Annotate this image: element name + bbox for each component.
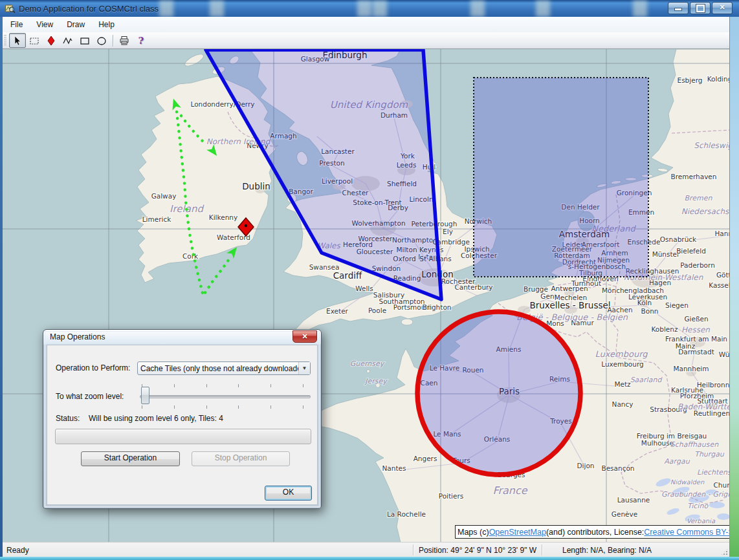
map-city-label: Luxembourg <box>601 360 643 368</box>
toolbar-ellipse-tool[interactable] <box>93 33 110 48</box>
map-region-label: Luxembourg <box>595 349 648 359</box>
zoom-slider-track[interactable] <box>140 395 311 398</box>
app-icon <box>5 3 16 14</box>
map-region-label: Ticino <box>687 502 709 510</box>
map-region-label: Thurgau <box>694 450 725 458</box>
title-bar[interactable]: Demo Application for COSMCtrl class ✕ <box>0 0 739 17</box>
toolbar-polyline-tool[interactable] <box>60 33 76 48</box>
map-city-label: Bruxelles - Brussel <box>529 300 610 310</box>
ellipse-icon <box>96 36 107 46</box>
attribution-text: (and) contributors, License: <box>546 528 644 537</box>
toolbar-print-button[interactable] <box>116 33 133 48</box>
map-city-label: Würzburg <box>719 350 730 358</box>
status-position: Position: 49° 24' 9" N 10° 23' 9" W <box>414 546 542 555</box>
map-city-label: Wells <box>355 285 373 292</box>
map-city-label: Canterbury <box>454 283 492 291</box>
red-diamond-marker-dot <box>245 224 247 227</box>
status-ready: Ready <box>3 546 413 555</box>
toolbar-select-tool[interactable] <box>9 33 26 48</box>
dialog-title: Map Operations <box>50 332 105 341</box>
map-city-label: Genève <box>612 510 637 518</box>
menu-view[interactable]: View <box>30 18 59 31</box>
toolbar: ? <box>3 32 730 49</box>
map-city-label: Exeter <box>326 307 349 315</box>
toolbar-grip[interactable] <box>4 35 6 47</box>
attribution-text: Maps (c) <box>458 528 489 537</box>
toolbar-separator <box>113 35 113 47</box>
map-city-label: Hannover <box>714 230 730 237</box>
map-city-label: Lausanne <box>617 496 650 504</box>
map-city-label: Cardiff <box>333 270 362 281</box>
map-region-label: Verbania <box>687 517 716 524</box>
app-window: Demo Application for COSMCtrl class ✕ Fi… <box>0 0 739 560</box>
attribution-box: Maps (c) OpenStreetMap (and) contributor… <box>455 525 730 539</box>
status-bar: Ready Position: 49° 24' 9" N 10° 23' 9" … <box>3 542 730 557</box>
map-region-label: Guernsey <box>350 360 385 368</box>
help-question-icon: ? <box>138 35 144 47</box>
close-button[interactable]: ✕ <box>712 2 733 14</box>
map-city-label: Cork <box>182 252 199 260</box>
window-border-right <box>729 17 739 560</box>
minimize-button[interactable] <box>668 2 689 14</box>
map-region-label: Liechtenstein <box>697 468 730 477</box>
map-city-label: Nancy <box>612 400 634 408</box>
cursor-arrow-icon <box>12 36 23 46</box>
operation-combobox-value: Cache Tiles (only those not already down… <box>138 364 298 373</box>
map-region-label: Schaffhausen <box>670 440 720 449</box>
window-border-bottom <box>0 557 739 560</box>
map-city-label: Kassel <box>709 281 730 289</box>
menu-draw[interactable]: Draw <box>61 18 91 31</box>
map-city-label: Freiburg im Breisgau <box>637 432 707 440</box>
openstreetmap-link[interactable]: OpenStreetMap <box>489 528 546 537</box>
maximize-icon <box>696 5 705 12</box>
stop-operation-button[interactable]: Stop Operation <box>192 451 290 466</box>
map-city-label: Esbjerg <box>678 76 703 84</box>
red-diamond-icon <box>46 36 56 46</box>
map-region-label: France <box>492 484 527 497</box>
map-city-label: Frankfurt am Main <box>665 335 727 343</box>
progress-bar <box>55 429 311 444</box>
rectangle-icon <box>80 36 90 46</box>
glass-reflection <box>357 0 371 17</box>
map-city-label: Ely <box>443 228 453 235</box>
map-city-label: Koblenz <box>652 325 678 333</box>
zoom-slider-thumb[interactable] <box>141 387 149 404</box>
toolbar-zoom-rect-tool[interactable] <box>26 33 43 48</box>
map-city-label: Limerick <box>142 215 171 223</box>
operation-combobox[interactable]: Cache Tiles (only those not already down… <box>137 361 311 375</box>
window-border-left <box>0 17 3 560</box>
ok-button[interactable]: OK <box>265 486 312 501</box>
printer-icon <box>119 36 129 46</box>
status-label: Status: <box>56 414 80 423</box>
menu-help[interactable]: Help <box>93 18 120 31</box>
map-city-label: Dijon <box>577 462 595 469</box>
map-region-label: Jersey <box>364 377 388 385</box>
map-city-label: Gießen <box>684 315 708 323</box>
start-operation-button[interactable]: Start Operation <box>81 451 180 466</box>
maximize-button[interactable] <box>690 2 711 14</box>
map-region-label: Niedersachsen <box>681 207 730 216</box>
map-city-label: Mannheim <box>673 365 709 372</box>
zoom-level-label: To what zoom level: <box>56 392 124 401</box>
toolbar-marker-tool[interactable] <box>43 33 60 48</box>
map-city-label: Darmstadt <box>678 348 714 356</box>
resize-grip[interactable] <box>720 548 729 556</box>
map-city-label: Metz <box>614 380 631 388</box>
polyline-icon <box>63 36 73 46</box>
map-city-label: Siegen <box>665 301 689 309</box>
map-canvas[interactable]: EdinburghGlasgowLondonderry/DerryArmaghN… <box>3 48 730 543</box>
dialog-close-button[interactable]: ✕ <box>292 330 317 343</box>
map-region-label: Saarland <box>630 376 663 384</box>
toolbar-rectangle-tool[interactable] <box>76 33 93 48</box>
toolbar-about-button[interactable]: ? <box>133 33 149 48</box>
menu-file[interactable]: File <box>5 18 28 31</box>
map-region-label: Schleswig-Hol. <box>694 141 730 150</box>
glass-reflection <box>536 0 550 17</box>
map-city-label: Kilkenny <box>209 213 237 221</box>
slider-ticks-top <box>142 384 303 387</box>
map-city-label: Dublin <box>242 181 270 191</box>
chevron-down-icon[interactable]: ▼ <box>298 362 310 374</box>
map-city-label: Paderborn <box>680 261 715 269</box>
dotted-rectangle-overlay <box>474 78 648 277</box>
license-link[interactable]: Creative Commons BY-SA <box>644 528 730 537</box>
